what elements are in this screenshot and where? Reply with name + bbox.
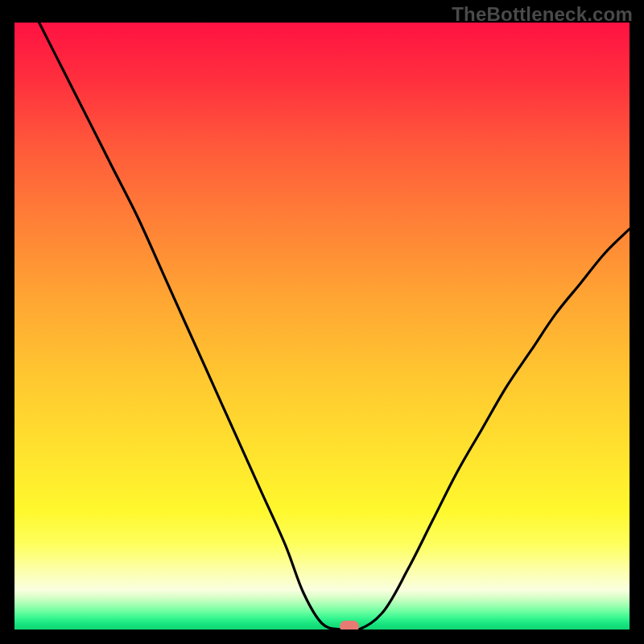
plot-area [14,23,630,630]
chart-frame: TheBottleneck.com [0,0,644,644]
optimal-point-marker [340,621,359,630]
watermark-text: TheBottleneck.com [452,3,633,26]
bottleneck-curve [14,23,630,630]
